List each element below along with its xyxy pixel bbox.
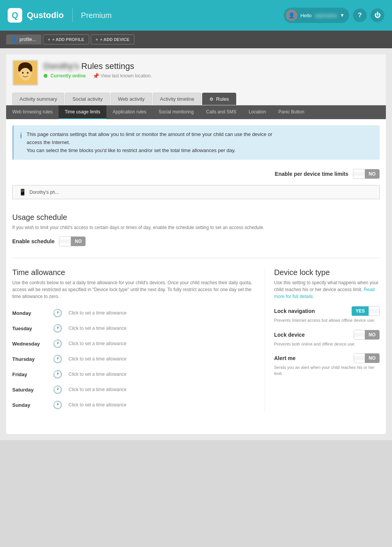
logo-box: Q [8, 8, 22, 23]
tab-activity-summary[interactable]: Activity summary [12, 93, 64, 105]
add-profile-icon: + [48, 37, 50, 42]
enable-schedule-toggle[interactable]: NO [59, 236, 86, 246]
tab-rules[interactable]: ⚙ Rules [202, 93, 236, 105]
help-icon: ? [358, 12, 362, 19]
phone-icon: 📱 [19, 188, 26, 196]
main-wrapper: Dorothy's Rules settings Currently onlin… [0, 48, 392, 440]
lock-navigation-desc: Prevents Internet access but allows offl… [274, 318, 380, 323]
content-card: Dorothy's Rules settings Currently onlin… [6, 54, 386, 434]
clock-icon-tuesday: 🕐 [53, 324, 62, 333]
device-lock-title: Device lock type [274, 268, 380, 277]
day-row-friday: Friday 🕐 Click to set a time allowance [12, 367, 257, 382]
time-allowance-description: Use the controls below to set a daily ti… [12, 279, 257, 300]
info-text: This page contains settings that allow y… [27, 131, 273, 154]
tab-activity-timeline-label: Activity timeline [160, 96, 194, 102]
clock-icon-friday: 🕐 [53, 370, 62, 379]
location-link[interactable]: 📌 View last known location. [93, 73, 152, 79]
lock-navigation-label: Lock navigation [274, 308, 315, 314]
svg-point-5 [27, 72, 29, 74]
nav-tabs: Activity summary Social activity Web act… [12, 90, 380, 105]
clock-icon-wednesday: 🕐 [53, 339, 62, 348]
device-lock-description: Use this setting to specify what happens… [274, 279, 380, 300]
child-name-blurred: Dorothy's [44, 61, 79, 71]
power-button[interactable]: ⏻ [371, 8, 384, 22]
help-button[interactable]: ? [353, 8, 367, 22]
lock-device-header: Lock device NO [274, 330, 380, 340]
section-divider [12, 258, 380, 258]
day-label-thursday: Thursday [12, 356, 47, 362]
alert-me-header: Alert me NO [274, 353, 380, 363]
day-row-sunday: Sunday 🕐 Click to set a time allowance [12, 397, 257, 413]
app-name: Qustodio [27, 10, 64, 20]
user-dropdown[interactable]: 👤 Hello username ▼ [284, 8, 349, 23]
lock-nav-right-blank [369, 309, 379, 313]
info-box: i This page contains settings that allow… [12, 125, 380, 160]
sub-nav-panic-button[interactable]: Panic Button [272, 105, 310, 119]
alert-me-toggle[interactable]: NO [354, 353, 380, 363]
add-profile-label: + ADD PROFILE [52, 37, 84, 42]
user-name-blurred: username [315, 13, 337, 18]
sub-nav-time-usage[interactable]: Time usage limits [59, 105, 106, 119]
lock-desc-prefix: Use this setting to specify what happens… [274, 280, 379, 292]
enable-device-toggle[interactable]: NO [353, 169, 380, 179]
device-tab-area: 📱 Dorothy's ph... [6, 185, 386, 205]
alert-me-label: Alert me [274, 355, 296, 361]
info-icon: i [20, 131, 22, 154]
svg-point-6 [19, 73, 21, 75]
day-action-wednesday[interactable]: Click to set a time allowance [69, 341, 126, 346]
avatar: 👤 [286, 10, 297, 21]
tab-activity-summary-label: Activity summary [20, 96, 57, 102]
toggle-off-left [353, 172, 365, 176]
current-profile-tab[interactable]: 👤 profile... [6, 34, 41, 44]
enable-device-label: Enable per device time limits [275, 171, 348, 177]
lock-navigation-toggle[interactable]: YES [351, 306, 380, 316]
child-info: Dorothy's Rules settings Currently onlin… [44, 60, 380, 80]
sub-nav-social-monitoring[interactable]: Social monitoring [152, 105, 200, 119]
enable-schedule-label: Enable schedule [12, 238, 54, 244]
day-action-friday[interactable]: Click to set a time allowance [69, 372, 126, 377]
tab-social-activity-label: Social activity [72, 96, 103, 102]
sub-nav-calls-sms[interactable]: Calls and SMS [200, 105, 242, 119]
day-row-wednesday: Wednesday 🕐 Click to set a time allowanc… [12, 336, 257, 351]
lock-device-toggle[interactable]: NO [354, 330, 380, 340]
two-col-layout: Time allowance Use the controls below to… [6, 262, 386, 419]
day-label-monday: Monday [12, 310, 47, 316]
clock-icon-saturday: 🕐 [53, 385, 62, 394]
day-action-thursday[interactable]: Click to set a time allowance [69, 356, 126, 362]
tab-rules-label: Rules [216, 96, 229, 102]
tab-web-activity-label: Web activity [118, 96, 145, 102]
alert-me-desc: Sends you an alert when your child reach… [274, 365, 380, 377]
day-label-tuesday: Tuesday [12, 326, 47, 331]
day-label-sunday: Sunday [12, 402, 47, 408]
logo-divider [72, 8, 73, 22]
schedule-toggle-off [59, 239, 71, 243]
tab-activity-timeline[interactable]: Activity timeline [153, 93, 202, 105]
lock-nav-yes-label: YES [352, 306, 369, 316]
lock-device-row: Lock device NO Prevents both online and … [274, 330, 380, 347]
add-profile-button[interactable]: + + ADD PROFILE [43, 34, 89, 44]
tab-web-activity[interactable]: Web activity [111, 93, 152, 105]
toggle-no-label: NO [365, 169, 379, 179]
tier-label: Premium [81, 11, 112, 20]
day-action-tuesday[interactable]: Click to set a time allowance [69, 326, 126, 331]
sub-nav-application-rules[interactable]: Application rules [106, 105, 152, 119]
day-row-saturday: Saturday 🕐 Click to set a time allowance [12, 382, 257, 397]
add-device-icon: + [96, 37, 98, 42]
add-device-label: + ADD DEVICE [100, 37, 129, 42]
clock-icon-sunday: 🕐 [53, 400, 62, 409]
add-device-button[interactable]: + + ADD DEVICE [91, 34, 134, 44]
child-profile-section: Dorothy's Rules settings Currently onlin… [6, 54, 386, 105]
day-action-monday[interactable]: Click to set a time allowance [69, 310, 126, 316]
day-action-sunday[interactable]: Click to set a time allowance [69, 402, 126, 408]
sub-nav-location[interactable]: Location [243, 105, 272, 119]
tab-social-activity[interactable]: Social activity [65, 93, 110, 105]
clock-icon-thursday: 🕐 [53, 354, 62, 364]
location-link-text: View last known location. [101, 73, 152, 79]
lock-device-label: Lock device [274, 332, 305, 338]
child-avatar [12, 60, 38, 86]
device-tab-button[interactable]: 📱 Dorothy's ph... [12, 185, 380, 199]
sub-nav-web-browsing[interactable]: Web browsing rules [6, 105, 59, 119]
sub-nav: Web browsing rules Time usage limits App… [6, 105, 386, 119]
day-action-saturday[interactable]: Click to set a time allowance [69, 387, 126, 392]
day-row-thursday: Thursday 🕐 Click to set a time allowance [12, 351, 257, 367]
